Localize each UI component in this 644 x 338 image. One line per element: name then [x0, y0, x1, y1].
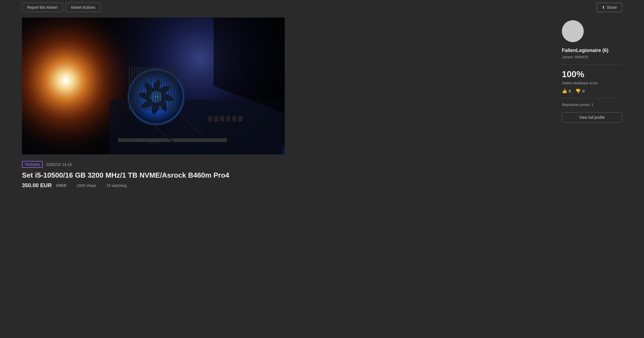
- feedback-label: Sellers feedback score: [562, 81, 622, 85]
- meta-row: Πώληση 22/02/22 14:18: [22, 161, 551, 168]
- divider-1: [562, 65, 622, 65]
- dot-sep-2: ·: [101, 183, 102, 188]
- top-bar: Report this Advert Advert Actions Share: [0, 0, 644, 15]
- thumb-up-icon: 👍: [562, 88, 567, 94]
- price-row: 350.00 EUR USED · 1500 Views · 15 watchi…: [22, 182, 551, 189]
- divider-2: [562, 98, 622, 98]
- view-profile-button[interactable]: View full profile: [562, 112, 622, 123]
- sale-badge: Πώληση: [22, 161, 43, 168]
- condition-badge: USED: [56, 183, 67, 187]
- share-button[interactable]: Share: [597, 3, 622, 12]
- feedback-counts: 👍 6 👎 0: [562, 88, 622, 94]
- product-title: Set i5-10500/16 GB 3200 MHz/1 TB NVME/As…: [22, 171, 551, 180]
- feedback-score-pct: 100%: [562, 69, 622, 79]
- positive-count: 6: [569, 89, 571, 93]
- main-content: Πώληση 22/02/22 14:18 Set i5-10500/16 GB…: [0, 15, 644, 200]
- negative-feedback: 👎 0: [575, 88, 584, 94]
- top-bar-left: Report this Advert Advert Actions: [22, 3, 100, 12]
- reputation-text: Reputation points: 1: [562, 103, 622, 107]
- thumb-down-icon: 👎: [575, 88, 581, 94]
- product-image: [22, 18, 285, 154]
- watching-count: 15 watching: [106, 183, 127, 188]
- share-icon: [602, 5, 605, 10]
- views-count: 1500 Views: [77, 183, 96, 188]
- report-advert-button[interactable]: Report this Advert: [22, 3, 63, 12]
- advert-date: 22/02/22 14:18: [46, 162, 71, 167]
- right-column: FallenLegionaire (6) Joined: 05/09/20 10…: [562, 18, 622, 189]
- product-price: 350.00 EUR: [22, 182, 52, 189]
- advert-actions-button[interactable]: Advert Actions: [65, 3, 100, 12]
- seller-name: FallenLegionaire (6): [562, 48, 622, 53]
- product-image-container: [22, 18, 285, 154]
- negative-count: 0: [582, 89, 584, 93]
- seller-joined: Joined: 05/09/20: [562, 55, 622, 59]
- positive-feedback: 👍 6: [562, 88, 571, 94]
- left-column: Πώληση 22/02/22 14:18 Set i5-10500/16 GB…: [22, 18, 551, 189]
- seller-avatar: [562, 20, 584, 42]
- dot-sep-1: ·: [71, 183, 72, 188]
